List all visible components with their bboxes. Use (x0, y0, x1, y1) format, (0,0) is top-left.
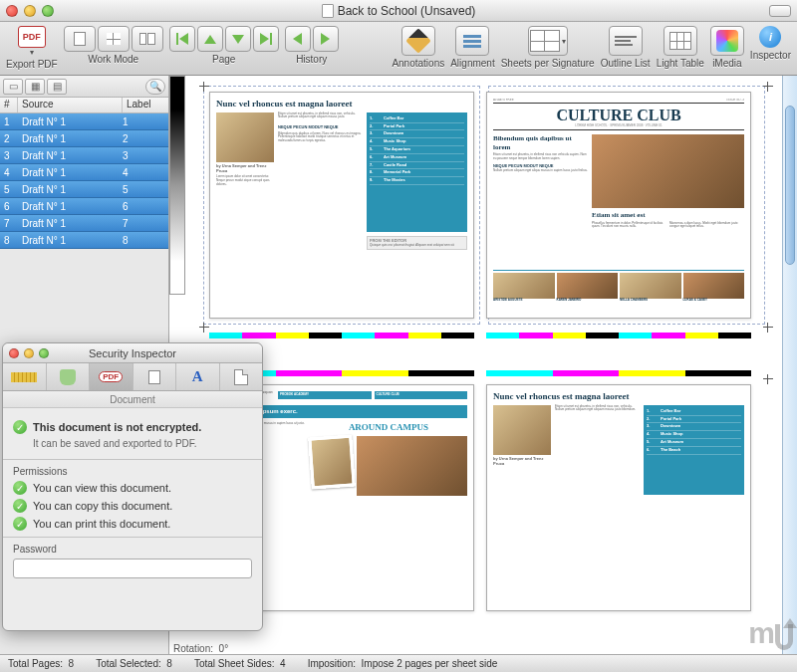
check-icon: ✓ (13, 517, 27, 531)
document-icon (148, 370, 160, 384)
sidebar-view-thumb-button[interactable]: ▦ (25, 79, 45, 95)
panel-tab-fonts[interactable]: A (176, 363, 220, 390)
perm-copy: You can copy this document. (33, 500, 172, 512)
photo (357, 436, 467, 496)
sidebar-row[interactable]: 2Draft N° 12 (0, 130, 168, 147)
page-down-button[interactable] (225, 26, 251, 52)
export-pdf-button[interactable]: PDF▾ (18, 26, 46, 57)
work-mode-grid-button[interactable] (98, 26, 130, 52)
page-last-button[interactable] (253, 26, 279, 52)
window-titlebar: Back to School (Unsaved) (0, 0, 797, 22)
spread-icon (139, 33, 155, 45)
pdf-icon: PDF (99, 371, 123, 382)
panel-body: ✓This document is not encrypted. It can … (3, 408, 262, 586)
annotations-label: Annotations (392, 58, 444, 69)
panel-tab-mask[interactable] (47, 363, 91, 390)
permissions-heading: Permissions (13, 466, 252, 477)
page-icon (234, 369, 248, 385)
outline-list-button[interactable] (609, 26, 643, 56)
font-icon: A (192, 368, 203, 385)
imedia-button[interactable] (710, 26, 744, 56)
password-heading: Password (13, 544, 252, 555)
photo (592, 134, 744, 208)
history-label: History (296, 54, 327, 65)
perm-print: You can print this document. (33, 518, 170, 530)
status-bar: Total Pages: 8 Total Selected: 8 Total S… (0, 654, 797, 672)
page-first-button[interactable] (169, 26, 195, 52)
page-thumbnail-1[interactable]: Nunc vel rhoncus est magna laoreet by Ur… (209, 92, 474, 319)
panel-tab-page[interactable] (220, 363, 263, 390)
watermark: m (748, 616, 793, 650)
sidebar-row[interactable]: 5Draft N° 15 (0, 181, 168, 198)
panel-tab-document[interactable] (133, 363, 177, 390)
scrollbar-thumb[interactable] (785, 106, 795, 265)
panel-tab-pdf[interactable]: PDF (90, 363, 133, 390)
status-total-pages: Total Pages: 8 (8, 658, 74, 669)
panel-titlebar[interactable]: Security Inspector (3, 343, 262, 363)
password-input[interactable] (13, 559, 252, 578)
tagline: LOREM HIGH SCHOOL · SPRING/SUMMER 2008 ·… (493, 124, 744, 128)
outline-list-label: Outline List (601, 58, 651, 69)
security-inspector-panel[interactable]: Security Inspector PDF A Document ✓This … (2, 342, 263, 631)
page-up-button[interactable] (197, 26, 223, 52)
grid-icon (107, 33, 121, 45)
alignment-button[interactable] (455, 26, 489, 56)
col-num[interactable]: # (0, 98, 18, 112)
sidebar-search-button[interactable]: 🔍 (145, 79, 165, 95)
col-label[interactable]: Label (123, 98, 168, 112)
check-icon: ✓ (13, 420, 27, 434)
sidebar-view-list-button[interactable]: ▭ (3, 79, 23, 95)
section-heading: NEQUE PECUN MODUT NEQUE (278, 125, 363, 130)
sidebar-row[interactable]: 3Draft N° 13 (0, 147, 168, 164)
outline-icon (615, 30, 637, 52)
imedia-icon (716, 30, 738, 52)
photo (683, 273, 745, 299)
history-forward-button[interactable] (313, 26, 339, 52)
sidebar-row[interactable]: 6Draft N° 16 (0, 198, 168, 215)
sidebar-row[interactable]: 7Draft N° 17 (0, 215, 168, 232)
headline: Nunc vel rhoncus est magna laoreet (216, 99, 467, 110)
canvas[interactable]: Nunc vel rhoncus est magna laoreet by Ur… (169, 76, 797, 654)
perm-view: You can view this document. (33, 482, 171, 494)
main-toolbar: PDF▾ Export PDF Work Mode Page History A… (0, 22, 797, 76)
light-table-button[interactable] (664, 26, 697, 56)
photo (620, 273, 681, 299)
arrow-down-icon (232, 35, 244, 44)
article-heading: Bibendum quis dapibus ut lorem (493, 134, 588, 151)
panel-title: Security Inspector (3, 347, 262, 359)
history-back-button[interactable] (285, 26, 311, 52)
photo (216, 112, 274, 162)
pdf-icon: PDF (18, 26, 46, 48)
panel-tabs: PDF A (3, 363, 262, 391)
hand-icon (60, 369, 76, 385)
sidebar-view-grid-button[interactable]: ▤ (47, 79, 67, 95)
sidebar-row[interactable]: 4Draft N° 14 (0, 164, 168, 181)
light-table-icon (669, 32, 691, 50)
page-thumbnail-4[interactable]: Nunc vel rhoncus est magna laoreet by Ur… (486, 384, 751, 611)
sidebar-row[interactable]: 1Draft N° 11 (0, 113, 168, 130)
signature-icon (530, 30, 560, 52)
registration-mark-icon (199, 323, 209, 333)
col-source[interactable]: Source (18, 98, 123, 112)
annotations-button[interactable] (401, 26, 435, 56)
inspector-button[interactable]: i (759, 26, 781, 48)
vertical-scrollbar[interactable] (782, 76, 797, 654)
arrow-right-icon (321, 33, 330, 45)
byline: by Urna Semper and Trenz Pruca (216, 164, 274, 174)
inspector-label: Inspector (750, 50, 791, 61)
light-table-label: Light Table (657, 58, 704, 69)
encryption-status: This document is not encrypted. (33, 421, 201, 433)
alignment-icon (463, 35, 481, 48)
panel-tab-ruler[interactable] (3, 363, 47, 390)
sidebar-row[interactable]: 8Draft N° 18 (0, 232, 168, 249)
window-title: Back to School (Unsaved) (338, 4, 476, 18)
page-thumbnail-2[interactable]: ALWAYS FREEISSUE NO. 3 CULTURE CLUB LORE… (486, 92, 751, 319)
pencil-icon (405, 28, 430, 53)
sidebar-header: # Source Label (0, 98, 168, 113)
work-mode-prev-button[interactable] (64, 26, 96, 52)
photo (493, 273, 555, 299)
registration-mark-icon (199, 82, 209, 92)
headline: Nunc vel rhoncus est magna laoreet (493, 391, 744, 402)
work-mode-spread-button[interactable] (132, 26, 163, 52)
sheets-per-sig-button[interactable]: ▾ (528, 26, 568, 56)
